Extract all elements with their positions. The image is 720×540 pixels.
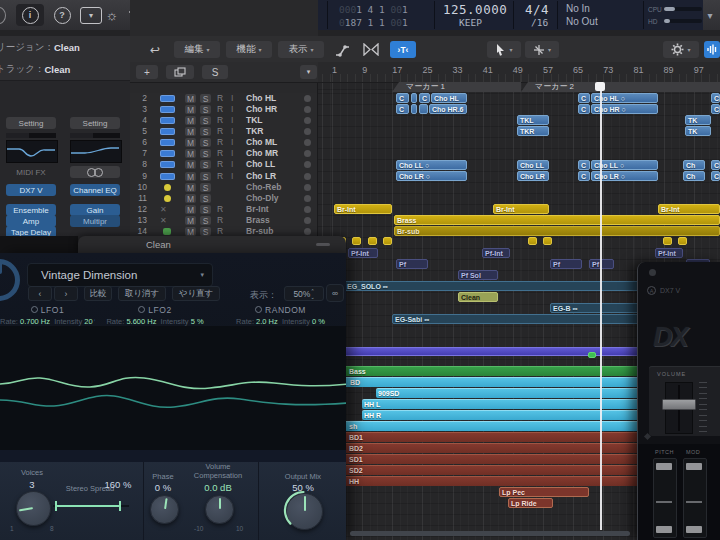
channel-strip-setting-button[interactable]: Setting <box>70 117 120 129</box>
solo-button[interactable]: S <box>200 94 211 103</box>
region[interactable]: Brass <box>394 215 720 225</box>
region[interactable] <box>543 237 552 245</box>
region[interactable]: EG-Sabi ∞ <box>392 314 641 324</box>
menu-view[interactable]: 表示▾ <box>278 41 324 58</box>
region[interactable] <box>419 104 428 114</box>
input-monitor-button[interactable]: I <box>231 115 233 126</box>
region[interactable]: C <box>419 93 430 103</box>
region[interactable]: TK <box>685 126 711 136</box>
region[interactable] <box>368 237 377 245</box>
solo-button[interactable]: S <box>200 127 211 136</box>
preset-dropdown[interactable]: Vintage Dimension▾ <box>27 263 213 287</box>
arrange-marker[interactable]: マーカー 2 <box>521 82 720 92</box>
track-name[interactable]: Cho HL <box>246 93 276 104</box>
record-button[interactable]: R <box>217 204 223 215</box>
track-name[interactable]: Cho-Reb <box>246 182 281 193</box>
volume-compensation-knob[interactable] <box>205 495 234 524</box>
region[interactable]: C <box>578 160 590 170</box>
mute-button[interactable]: M <box>185 183 196 192</box>
voices-knob[interactable] <box>16 491 51 526</box>
bar-ruler[interactable]: 191725334149576573818997105 <box>318 62 720 83</box>
channel-strip-setting-button[interactable]: Setting <box>6 117 56 129</box>
brightness-button[interactable]: ☼ <box>102 4 122 26</box>
region[interactable]: C <box>396 104 409 114</box>
display-mode-button[interactable]: ▾ <box>78 4 104 26</box>
region[interactable]: Pf-Int <box>482 248 510 258</box>
region[interactable] <box>678 237 687 245</box>
solo-button[interactable]: S <box>200 105 211 114</box>
region[interactable] <box>528 237 537 245</box>
dx7-plugin-window[interactable]: ADX7 V DX VOLUME PITCH MOD <box>637 262 720 540</box>
horizontal-scrollbar[interactable] <box>350 531 630 536</box>
track-name[interactable]: Cho MR <box>246 148 278 159</box>
catch-playhead-button[interactable]: ›T‹ <box>390 41 416 58</box>
input-monitor-button[interactable]: I <box>231 104 233 115</box>
region[interactable]: Pf <box>550 259 582 269</box>
track-name[interactable]: Cho ML <box>246 137 277 148</box>
record-button[interactable]: R <box>217 104 223 115</box>
solo-button[interactable]: S <box>200 149 211 158</box>
region[interactable]: Ch <box>683 171 705 181</box>
region[interactable]: Lp Ride <box>508 498 553 508</box>
info-button[interactable]: i <box>16 4 44 26</box>
arrange-marker[interactable]: マーカー 1 <box>392 82 521 92</box>
playhead-cap[interactable] <box>595 82 605 91</box>
solo-button[interactable]: S <box>200 138 211 147</box>
region[interactable]: Br-Int <box>493 204 549 214</box>
playhead-line[interactable] <box>600 82 602 530</box>
redo-button[interactable]: やり直す <box>172 286 220 301</box>
region[interactable]: Br-Int <box>334 204 392 214</box>
region[interactable]: C <box>578 104 590 114</box>
region[interactable]: TKL <box>517 115 549 125</box>
region[interactable]: Lp Pec <box>499 487 589 497</box>
track-name[interactable]: Brass <box>246 215 270 226</box>
solo-button[interactable]: S <box>200 172 211 181</box>
track-inspector-row[interactable]: トラック： Clean <box>0 58 130 81</box>
region[interactable]: Pf-Int <box>655 248 683 258</box>
region[interactable]: Cho LL ○ <box>396 160 467 170</box>
track-name[interactable]: Br-Int <box>246 204 269 215</box>
solo-button[interactable]: S <box>200 160 211 169</box>
mute-button[interactable]: M <box>185 227 196 236</box>
mute-button[interactable]: M <box>185 149 196 158</box>
input-monitor-button[interactable]: I <box>231 148 233 159</box>
region[interactable]: C <box>396 93 409 103</box>
region[interactable]: Cho LR <box>517 171 549 181</box>
right-panel-button[interactable] <box>704 41 720 58</box>
region[interactable]: C <box>711 171 720 181</box>
eq-thumbnail[interactable] <box>70 140 122 163</box>
region[interactable] <box>352 237 361 245</box>
plugin-power-button[interactable] <box>0 259 20 301</box>
input-monitor-button[interactable]: I <box>231 171 233 182</box>
mute-button[interactable]: M <box>185 127 196 136</box>
region[interactable]: C <box>578 93 590 103</box>
region[interactable] <box>663 237 672 245</box>
flex-button[interactable] <box>358 41 384 58</box>
menu-functions[interactable]: 機能▾ <box>226 41 272 58</box>
region[interactable]: Br-sub <box>394 226 720 236</box>
input-monitor-button[interactable]: I <box>231 137 233 148</box>
track-name[interactable]: Cho-Dly <box>246 193 279 204</box>
solo-button[interactable]: S <box>200 227 211 236</box>
region[interactable]: C <box>711 104 720 114</box>
link-button[interactable]: ∞ <box>326 284 344 302</box>
solo-button[interactable]: S <box>200 205 211 214</box>
track-header-options-button[interactable]: ▾ <box>300 65 317 79</box>
view-zoom-stepper[interactable]: 50%⌃⌄ <box>284 286 324 301</box>
region[interactable]: EG_SOLO ∞ <box>344 281 641 291</box>
region[interactable]: C <box>711 160 720 170</box>
track-name[interactable]: TKR <box>246 126 263 137</box>
mute-button[interactable]: M <box>185 94 196 103</box>
region-inspector-row[interactable]: リージョン： Clean <box>0 36 130 59</box>
region[interactable]: Clean <box>458 292 498 302</box>
menu-edit[interactable]: 編集▾ <box>174 41 220 58</box>
region[interactable]: Pf-Int <box>348 248 378 258</box>
input-monitor-button[interactable]: I <box>231 126 233 137</box>
solo-button[interactable]: S <box>200 194 211 203</box>
automation-button[interactable] <box>330 41 354 58</box>
region[interactable]: Pf <box>396 259 428 269</box>
record-button[interactable]: R <box>217 126 223 137</box>
preset-prev-button[interactable]: ‹ <box>28 286 52 301</box>
region[interactable]: TK <box>685 115 711 125</box>
record-button[interactable]: R <box>217 93 223 104</box>
